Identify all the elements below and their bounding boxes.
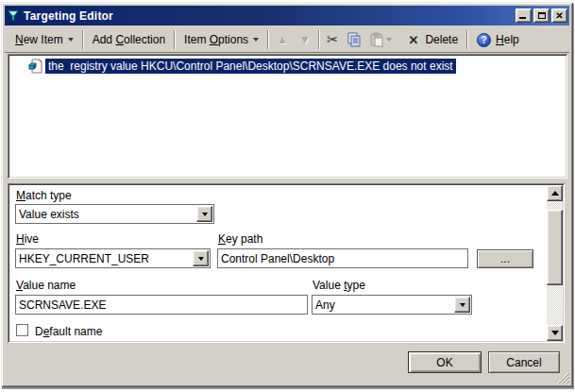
hive-select[interactable]: HKEY_CURRENT_USER: [15, 248, 211, 268]
registry-file-icon: [28, 59, 43, 74]
item-properties-panel: Match type Value exists Hive Key path HK…: [8, 183, 565, 343]
default-name-checkbox[interactable]: [16, 324, 28, 336]
copy-icon: [347, 32, 362, 47]
filter-icon: [7, 9, 20, 23]
add-collection-button[interactable]: Add Collection: [86, 30, 172, 49]
cut-icon: ✂: [327, 31, 339, 47]
item-options-button[interactable]: Item Options: [178, 30, 265, 49]
scroll-down-button[interactable]: [547, 325, 563, 341]
chevron-down-icon: [68, 38, 74, 42]
maximize-icon: [538, 12, 546, 19]
value-type-label: Value type: [313, 279, 365, 292]
value-type-value: Any: [313, 297, 453, 314]
toolbar-separator: [267, 30, 269, 49]
toolbar: New Item Add Collection Item Options ▲ ▼…: [5, 27, 569, 53]
delete-label: Delete: [425, 33, 458, 46]
list-item[interactable]: the registry value HKCU\Control Panel\De…: [28, 58, 564, 74]
dropdown-arrow-icon[interactable]: [193, 250, 209, 266]
delete-button[interactable]: ✕ Delete: [396, 30, 465, 50]
scrollbar-thumb[interactable]: [547, 210, 563, 285]
scroll-up-icon: [551, 191, 559, 196]
vertical-scrollbar[interactable]: [547, 185, 563, 341]
match-type-value: Value exists: [16, 206, 195, 223]
value-name-label: Value name: [16, 279, 76, 292]
toolbar-separator: [466, 30, 468, 49]
delete-x-icon: ✕: [402, 33, 420, 47]
targeting-editor-window: Targeting Editor ✕ New Item Add Collecti…: [1, 2, 573, 387]
move-down-button[interactable]: ▼: [294, 31, 316, 48]
scroll-down-icon: [551, 331, 559, 335]
hive-value: HKEY_CURRENT_USER: [16, 250, 192, 267]
cut-button[interactable]: ✂: [322, 31, 344, 48]
maximize-button[interactable]: [533, 9, 550, 23]
paste-dropdown-icon: [386, 38, 392, 42]
help-icon: ?: [477, 33, 491, 47]
new-item-button[interactable]: New Item: [8, 30, 80, 49]
move-up-icon: ▲: [277, 33, 288, 46]
default-name-label: Default name: [35, 325, 102, 338]
minimize-button[interactable]: [516, 9, 532, 23]
item-options-label: Item Options: [184, 33, 248, 46]
minimize-icon: [519, 17, 526, 19]
copy-button[interactable]: [343, 32, 365, 47]
paste-button[interactable]: [365, 32, 396, 47]
value-name-input[interactable]: [15, 295, 308, 315]
paste-icon: [369, 32, 384, 47]
close-button[interactable]: ✕: [551, 9, 567, 23]
dropdown-arrow-icon[interactable]: [454, 297, 470, 313]
move-up-button[interactable]: ▲: [271, 31, 294, 48]
ok-button[interactable]: OK: [408, 351, 482, 373]
selected-targeting-item: the registry value HKCU\Control Panel\De…: [45, 59, 456, 74]
key-path-label: Key path: [218, 232, 262, 246]
targeting-items-list[interactable]: the registry value HKCU\Control Panel\De…: [8, 54, 567, 179]
hive-label: Hive: [16, 232, 39, 246]
cancel-button[interactable]: Cancel: [488, 351, 560, 373]
toolbar-separator: [318, 30, 320, 49]
resize-grip[interactable]: [557, 371, 569, 383]
key-path-input[interactable]: [217, 248, 468, 268]
value-type-select[interactable]: Any: [312, 295, 472, 315]
help-button[interactable]: ? Help: [470, 30, 526, 50]
toolbar-separator: [174, 30, 176, 49]
move-down-icon: ▼: [299, 33, 311, 46]
match-type-select[interactable]: Value exists: [15, 204, 214, 224]
title-bar[interactable]: Targeting Editor ✕: [5, 6, 569, 26]
new-item-label: New Item: [15, 33, 63, 46]
close-icon: ✕: [555, 11, 563, 21]
help-label: Help: [496, 33, 519, 46]
browse-button[interactable]: ...: [477, 249, 533, 268]
dropdown-arrow-icon[interactable]: [196, 206, 212, 222]
scroll-up-button[interactable]: [547, 185, 563, 201]
chevron-down-icon: [253, 38, 259, 42]
match-type-label: Match type: [16, 189, 72, 202]
window-title: Targeting Editor: [24, 9, 113, 23]
toolbar-separator: [82, 30, 84, 49]
add-collection-label: Add Collection: [93, 33, 165, 46]
